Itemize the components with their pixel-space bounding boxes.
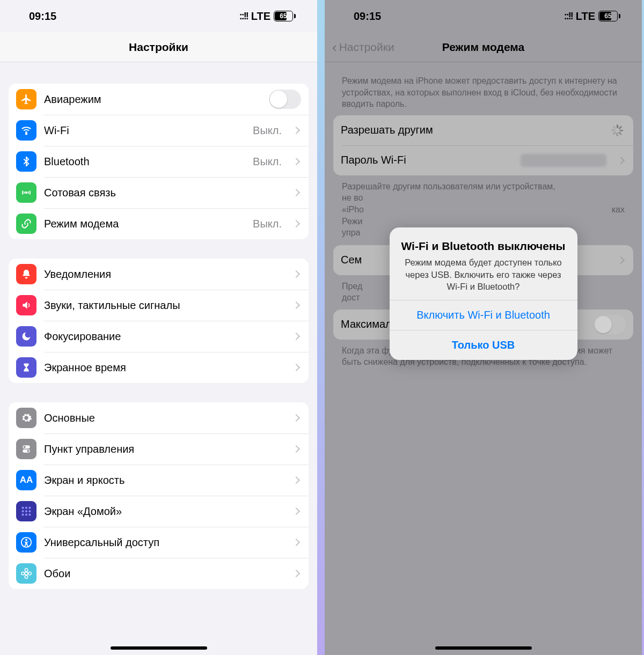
password-redacted	[521, 154, 606, 167]
svg-point-19	[25, 576, 28, 579]
network-type: LTE	[251, 10, 270, 23]
navbar: ‹ Настройки Режим модема	[325, 32, 642, 62]
home-indicator[interactable]	[111, 646, 207, 650]
svg-rect-10	[25, 510, 27, 512]
settings-group-notifications: Уведомления Звуки, тактильные сигналы Фо…	[9, 259, 309, 383]
svg-rect-6	[22, 507, 24, 509]
home-indicator[interactable]	[435, 646, 532, 650]
row-label: Универсальный доступ	[44, 536, 282, 549]
back-label: Настройки	[339, 41, 394, 54]
row-wifi[interactable]: Wi-Fi Выкл.	[9, 115, 309, 146]
chevron-right-icon	[292, 476, 300, 484]
back-button[interactable]: ‹ Настройки	[332, 32, 394, 62]
status-time: 09:15	[29, 10, 56, 23]
chevron-right-icon	[292, 270, 300, 278]
settings-screen: 09:15 ::!! LTE 65 Настройки Авиарежим	[0, 0, 317, 655]
row-notifications[interactable]: Уведомления	[9, 259, 309, 290]
spinner-icon	[611, 124, 623, 136]
hourglass-icon	[16, 357, 36, 378]
hotspot-group-main: Разрешать другим Пароль Wi-Fi	[333, 115, 633, 175]
settings-group-general: Основные Пункт управления AA Экран и ярк…	[9, 402, 309, 589]
svg-point-1	[26, 192, 27, 194]
row-airplane-mode[interactable]: Авиарежим	[9, 84, 309, 115]
chevron-left-icon: ‹	[332, 40, 337, 54]
row-bluetooth[interactable]: Bluetooth Выкл.	[9, 146, 309, 177]
chevron-right-icon	[617, 157, 625, 164]
flower-icon	[16, 563, 36, 584]
row-sounds[interactable]: Звуки, тактильные сигналы	[9, 290, 309, 321]
row-wallpaper[interactable]: Обои	[9, 558, 309, 589]
chevron-right-icon	[292, 364, 300, 371]
chevron-right-icon	[292, 127, 300, 134]
row-cellular[interactable]: Сотовая связь	[9, 177, 309, 208]
chevron-right-icon	[292, 301, 300, 309]
chevron-right-icon	[292, 158, 300, 165]
row-value: Выкл.	[253, 156, 282, 168]
row-general[interactable]: Основные	[9, 402, 309, 433]
svg-rect-14	[29, 514, 31, 516]
row-hotspot[interactable]: Режим модема Выкл.	[9, 208, 309, 239]
row-home-screen[interactable]: Экран «Домой»	[9, 496, 309, 527]
grid-icon	[16, 501, 36, 521]
chevron-right-icon	[292, 507, 300, 515]
chevron-right-icon	[292, 189, 300, 196]
alert-usb-only-button[interactable]: Только USB	[390, 330, 577, 360]
row-label: Звуки, тактильные сигналы	[44, 299, 282, 312]
cellular-signal-icon: ::!!	[239, 11, 248, 22]
moon-icon	[16, 326, 36, 347]
row-label: Пункт управления	[44, 443, 282, 455]
chevron-right-icon	[292, 570, 300, 577]
chevron-right-icon	[292, 220, 300, 227]
link-icon	[16, 214, 36, 234]
wifi-icon	[16, 120, 36, 141]
row-wifi-password[interactable]: Пароль Wi-Fi	[333, 145, 633, 175]
hotspot-intro: Режим модема на iPhone может предоставит…	[333, 62, 633, 115]
svg-point-21	[28, 572, 31, 575]
status-bar: 09:15 ::!! LTE 65	[325, 0, 642, 32]
svg-point-17	[25, 572, 28, 575]
svg-rect-12	[22, 514, 24, 516]
hotspot-screen: 09:15 ::!! LTE 65 ‹ Настройки Режим моде…	[325, 0, 642, 655]
row-label: Bluetooth	[44, 156, 245, 168]
row-allow-others[interactable]: Разрешать другим	[333, 115, 633, 145]
row-accessibility[interactable]: Универсальный доступ	[9, 527, 309, 558]
row-label: Сотовая связь	[44, 187, 282, 199]
svg-rect-7	[25, 507, 27, 509]
accessibility-icon	[16, 532, 36, 553]
page-title: Настройки	[129, 41, 188, 54]
cellular-signal-icon: ::!!	[564, 11, 573, 22]
airplane-toggle[interactable]	[269, 90, 301, 109]
chevron-right-icon	[617, 256, 625, 264]
chevron-right-icon	[292, 414, 300, 422]
svg-rect-11	[29, 510, 31, 512]
row-control-center[interactable]: Пункт управления	[9, 433, 309, 465]
alert-dialog: Wi-Fi и Bluetooth выключены Режим модема…	[390, 227, 577, 360]
bell-icon	[16, 264, 36, 284]
airplane-icon	[16, 89, 36, 109]
alert-enable-button[interactable]: Включить Wi-Fi и Bluetooth	[390, 300, 577, 330]
row-screentime[interactable]: Экранное время	[9, 352, 309, 383]
row-label: Обои	[44, 568, 282, 580]
row-display[interactable]: AA Экран и яркость	[9, 465, 309, 496]
row-label: Экран и яркость	[44, 474, 282, 487]
svg-point-20	[21, 572, 25, 575]
alert-body: Режим модема будет доступен только через…	[400, 256, 567, 292]
svg-point-16	[25, 539, 27, 541]
row-label: Фокусирование	[44, 330, 282, 343]
page-title: Режим модема	[442, 41, 525, 54]
speaker-icon	[16, 295, 36, 315]
alert-title: Wi-Fi и Bluetooth выключены	[400, 239, 567, 253]
settings-group-connectivity: Авиарежим Wi-Fi Выкл. Bluetooth Выкл.	[9, 84, 309, 239]
compat-toggle[interactable]	[594, 315, 626, 334]
row-focus[interactable]: Фокусирование	[9, 321, 309, 352]
row-value: Выкл.	[253, 218, 282, 230]
gear-icon	[16, 408, 36, 428]
row-label: Авиарежим	[44, 93, 261, 106]
row-label: Пароль Wi-Fi	[341, 154, 513, 166]
antenna-icon	[16, 182, 36, 203]
chevron-right-icon	[292, 333, 300, 340]
sliders-icon	[16, 439, 36, 459]
row-label: Режим модема	[44, 218, 245, 230]
network-type: LTE	[576, 10, 595, 23]
row-label: Основные	[44, 412, 282, 424]
